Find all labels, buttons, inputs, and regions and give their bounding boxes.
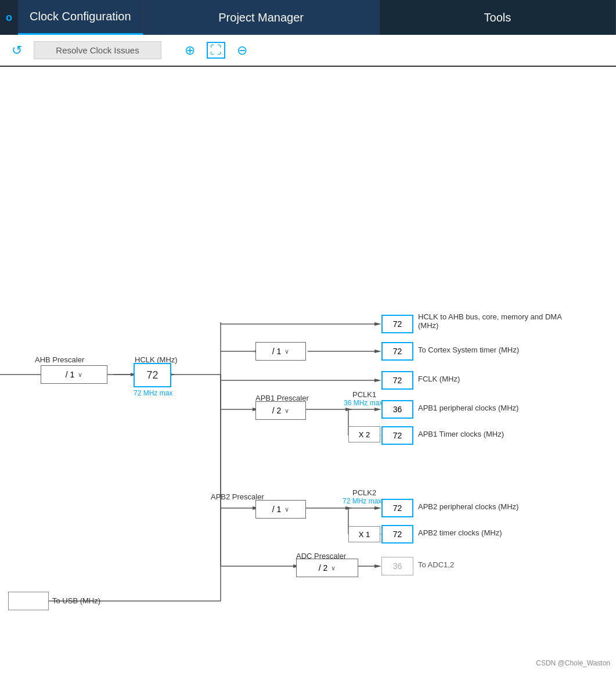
- svg-marker-19: [345, 408, 352, 411]
- output-adc[interactable]: 36: [381, 557, 413, 575]
- output-hclk-ahb-label: HCLK to AHB bus, core, memory and DMA (M…: [418, 312, 581, 330]
- x1-multiplier-box: X 1: [348, 526, 380, 542]
- pclk1-label: PCLK1: [352, 390, 376, 399]
- output-apb1-timer-label: APB1 Timer clocks (MHz): [418, 430, 504, 438]
- output-cortex-timer[interactable]: 72: [381, 342, 413, 361]
- output-apb1-peripheral-label: APB1 peripheral clocks (MHz): [418, 404, 518, 412]
- svg-marker-12: [374, 350, 381, 353]
- pclk2-max-label: 72 MHz max: [343, 497, 381, 505]
- pclk2-label: PCLK2: [352, 488, 376, 497]
- ahb-prescaler-dropdown-arrow[interactable]: ∨: [78, 371, 82, 379]
- tab-project-manager[interactable]: Project Manager: [143, 0, 380, 35]
- toolbar: ↺ Resolve Clock Issues ⊕ ⛶ ⊖: [0, 35, 616, 67]
- fit-icon[interactable]: ⛶: [207, 42, 225, 59]
- toolbar-icons: ⊕ ⛶ ⊖: [185, 42, 247, 59]
- svg-marker-8: [374, 322, 381, 326]
- zoom-out-icon[interactable]: ⊖: [237, 43, 247, 58]
- ahb-prescaler-label: AHB Prescaler: [35, 355, 84, 364]
- output-apb1-timer[interactable]: 72: [381, 426, 413, 445]
- tab-clock-configuration[interactable]: Clock Configuration: [18, 0, 143, 35]
- apb2-prescaler-box[interactable]: / 1 ∨: [255, 500, 306, 519]
- output-apb2-peripheral[interactable]: 72: [381, 499, 413, 517]
- hclk-box[interactable]: 72: [134, 363, 171, 387]
- adc-prescaler-box[interactable]: / 2 ∨: [296, 559, 358, 577]
- svg-marker-31: [374, 506, 381, 510]
- ahb-prescaler-box[interactable]: / 1 ∨: [41, 365, 107, 384]
- watermark: CSDN @Chole_Waston: [536, 659, 610, 667]
- usb-label: To USB (MHz): [52, 596, 100, 605]
- svg-marker-39: [374, 564, 381, 568]
- svg-marker-29: [345, 506, 352, 510]
- output-apb2-timer-label: APB2 timer clocks (MHz): [418, 528, 502, 537]
- hclk-max-label: 72 MHz max: [134, 389, 172, 397]
- adc-prescaler-dropdown-arrow[interactable]: ∨: [331, 564, 336, 572]
- svg-marker-21: [374, 408, 381, 411]
- apb1-prescaler-box[interactable]: / 2 ∨: [255, 401, 306, 420]
- output-fclk[interactable]: 72: [381, 371, 413, 390]
- output-apb2-peripheral-label: APB2 peripheral clocks (MHz): [418, 502, 518, 511]
- output-fclk-label: FCLK (MHz): [418, 375, 460, 383]
- output-adc-label: To ADC1,2: [418, 560, 454, 569]
- tab-tools[interactable]: Tools: [380, 0, 616, 35]
- cortex-prescaler-box[interactable]: / 1 ∨: [255, 342, 306, 361]
- header: o Clock Configuration Project Manager To…: [0, 0, 616, 35]
- output-apb2-timer[interactable]: 72: [381, 525, 413, 544]
- zoom-in-icon[interactable]: ⊕: [185, 43, 195, 58]
- apb2-prescaler-dropdown-arrow[interactable]: ∨: [284, 506, 289, 513]
- apb1-prescaler-dropdown-arrow[interactable]: ∨: [284, 407, 289, 415]
- main-content: AHB Prescaler / 1 ∨ HCLK (MHz) 72 72 MHz…: [0, 67, 616, 673]
- output-apb1-peripheral[interactable]: 36: [381, 400, 413, 419]
- output-cortex-timer-label: To Cortex System timer (MHz): [418, 346, 519, 354]
- refresh-icon[interactable]: ↺: [12, 43, 22, 58]
- x2-multiplier-box: X 2: [348, 426, 380, 442]
- pclk1-max-label: 36 MHz max: [344, 399, 383, 407]
- header-logo: o: [0, 0, 18, 35]
- cortex-prescaler-dropdown-arrow[interactable]: ∨: [284, 348, 289, 355]
- svg-marker-14: [374, 379, 381, 382]
- resolve-clock-issues-button[interactable]: Resolve Clock Issues: [34, 41, 161, 59]
- usb-box: [8, 592, 49, 610]
- output-hclk-ahb[interactable]: 72: [381, 315, 413, 333]
